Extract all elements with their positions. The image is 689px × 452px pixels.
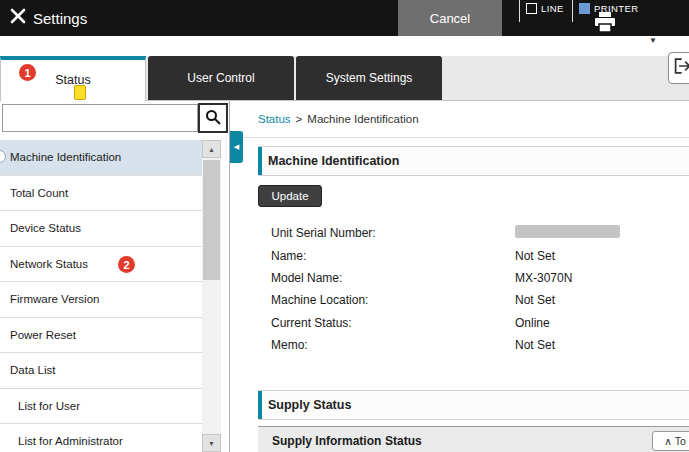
- status-dropdown-caret-icon[interactable]: ▼: [649, 37, 657, 45]
- annotation-cursor-marker: [74, 85, 86, 100]
- main-content: Status > Machine Identification Machine …: [231, 101, 689, 452]
- selected-marker-icon: [0, 150, 6, 163]
- search-button[interactable]: [198, 103, 228, 133]
- field-row-memo: Memo: Not Set: [271, 334, 620, 356]
- breadcrumb: Status > Machine Identification: [258, 101, 419, 137]
- breadcrumb-divider: [231, 137, 689, 138]
- line-label: LINE: [541, 3, 564, 14]
- sidebar-item-label: List for Administrator: [18, 435, 123, 447]
- scroll-down-icon[interactable]: ▼: [202, 434, 221, 452]
- field-value: MX-3070N: [515, 271, 572, 285]
- collapse-to-top-button[interactable]: ∧ To: [652, 431, 689, 451]
- sidebar-collapse-handle[interactable]: ◀: [230, 131, 243, 163]
- topbar-divider: [572, 0, 573, 22]
- field-row-name: Name: Not Set: [271, 244, 620, 266]
- sidebar-item-power-reset[interactable]: Power Reset: [0, 318, 202, 354]
- sidebar-item-label: Total Count: [10, 187, 68, 199]
- field-value: Not Set: [515, 293, 555, 307]
- section-title-supply-status: Supply Status: [258, 390, 689, 420]
- topbar-divider: [519, 0, 520, 22]
- printer-checkbox[interactable]: [579, 3, 590, 14]
- section-title-text: Supply Status: [268, 398, 351, 412]
- tab-user-control-label: User Control: [187, 71, 254, 86]
- annotation-badge-2: 2: [118, 256, 135, 273]
- field-label: Model Name:: [271, 271, 515, 285]
- column-header-status: Status: [385, 427, 422, 452]
- sidebar-item-label: List for User: [18, 400, 80, 412]
- field-row-machine-location: Machine Location: Not Set: [271, 289, 620, 311]
- section-title-machine-identification: Machine Identification: [258, 146, 689, 176]
- machine-info-fields: Unit Serial Number: Name: Not Set Model …: [271, 222, 620, 356]
- search-icon: [205, 109, 221, 128]
- redacted-value: [515, 225, 620, 238]
- sidebar-item-label: Power Reset: [10, 329, 76, 341]
- field-row-model-name: Model Name: MX-3070N: [271, 267, 620, 289]
- field-label: Name:: [271, 249, 515, 263]
- section-title-text: Machine Identification: [268, 154, 399, 168]
- sidebar-item-list-for-administrator[interactable]: List for Administrator: [0, 424, 202, 452]
- supply-table-header: Supply Information Status ∧ To: [258, 426, 689, 452]
- sidebar-menu: Machine Identification Total Count Devic…: [0, 140, 202, 452]
- sidebar-item-label: Data List: [10, 364, 55, 376]
- tab-user-control[interactable]: User Control: [148, 56, 294, 100]
- field-value: Online: [515, 316, 550, 330]
- sidebar-item-list-for-user[interactable]: List for User: [0, 389, 202, 425]
- tabstrip: Status User Control System Settings: [0, 56, 689, 101]
- chevron-left-icon: ◀: [234, 143, 239, 151]
- app-title: Settings: [33, 10, 87, 27]
- brand: Settings: [10, 0, 87, 36]
- settings-icon: [10, 8, 26, 28]
- field-row-unit-serial-number: Unit Serial Number:: [271, 222, 620, 244]
- sidebar-item-label: Network Status: [10, 258, 88, 270]
- field-value: Not Set: [515, 338, 555, 352]
- line-checkbox[interactable]: [526, 3, 537, 14]
- printer-icon[interactable]: [592, 11, 618, 37]
- sidebar-item-total-count[interactable]: Total Count: [0, 176, 202, 212]
- sidebar-item-label: Machine Identification: [10, 151, 121, 163]
- tab-system-settings[interactable]: System Settings: [296, 56, 442, 100]
- field-value: [515, 225, 620, 241]
- sidebar-item-label: Device Status: [10, 222, 81, 234]
- field-row-current-status: Current Status: Online: [271, 312, 620, 334]
- login-user-button[interactable]: [668, 52, 689, 84]
- tab-system-settings-label: System Settings: [326, 71, 413, 86]
- scroll-up-icon[interactable]: ▲: [202, 140, 221, 158]
- field-label: Machine Location:: [271, 293, 515, 307]
- field-value: Not Set: [515, 249, 555, 263]
- sidebar-item-firmware-version[interactable]: Firmware Version: [0, 282, 202, 318]
- breadcrumb-root-link[interactable]: Status: [258, 113, 291, 125]
- breadcrumb-separator: >: [296, 113, 303, 125]
- sidebar-item-data-list[interactable]: Data List: [0, 353, 202, 389]
- sidebar-item-machine-identification[interactable]: Machine Identification: [0, 140, 202, 176]
- sidebar-item-label: Firmware Version: [10, 293, 99, 305]
- scrollbar-thumb[interactable]: [203, 160, 220, 280]
- topbar: Settings Cancel LINE PRINTER: [0, 0, 689, 36]
- field-label: Current Status:: [271, 316, 515, 330]
- screen: Settings Cancel LINE PRINTER ▼ Status Us…: [0, 0, 689, 452]
- update-button[interactable]: Update: [258, 185, 322, 207]
- sidebar: Machine Identification Total Count Devic…: [0, 101, 230, 452]
- cancel-button[interactable]: Cancel: [398, 0, 502, 36]
- search-input[interactable]: [2, 104, 198, 132]
- sidebar-item-network-status[interactable]: Network Status: [0, 247, 202, 283]
- line-status: LINE: [526, 3, 564, 14]
- field-label: Memo:: [271, 338, 515, 352]
- sidebar-item-device-status[interactable]: Device Status: [0, 211, 202, 247]
- sidebar-scrollbar[interactable]: ▲ ▼: [202, 140, 221, 452]
- breadcrumb-current: Machine Identification: [307, 113, 418, 125]
- field-label: Unit Serial Number:: [271, 226, 515, 240]
- logout-icon: [673, 54, 689, 82]
- column-header-supply-information: Supply Information: [272, 427, 381, 452]
- annotation-badge-1: 1: [19, 64, 36, 81]
